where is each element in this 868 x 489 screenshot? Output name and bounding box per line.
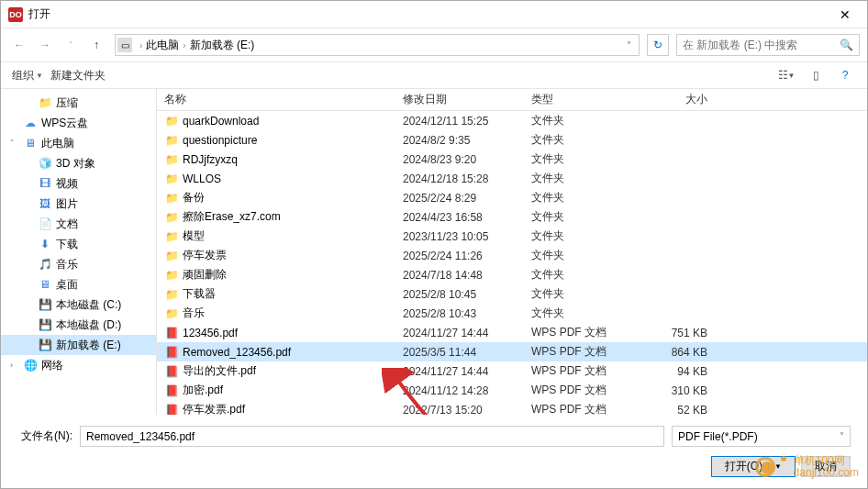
sidebar-item[interactable]: ☁WPS云盘 (1, 113, 156, 133)
sidebar-item[interactable]: 💾新加载卷 (E:) (1, 335, 156, 355)
sidebar: 📁压缩☁WPS云盘˅🖥此电脑🧊3D 对象🎞视频🖼图片📄文档⬇下载🎵音乐🖥桌面💾本… (1, 89, 157, 415)
search-input[interactable] (683, 39, 840, 51)
breadcrumb-dropdown[interactable]: ˅ (621, 40, 637, 50)
recent-dropdown[interactable]: ˅ (60, 34, 82, 56)
organize-menu[interactable]: 组织 ▼ (12, 68, 43, 83)
file-row[interactable]: 📕123456.pdf2024/11/27 14:44WPS PDF 文档751… (157, 323, 867, 342)
file-type: 文件夹 (524, 267, 634, 283)
file-row[interactable]: 📁RDJjfzyxzq2024/8/23 9:20文件夹 (157, 150, 867, 169)
file-row[interactable]: 📁顽固删除2024/7/18 14:48文件夹 (157, 265, 867, 284)
cancel-button[interactable]: 取消 (801, 456, 851, 477)
sidebar-item[interactable]: 📄文档 (1, 214, 156, 234)
search-box[interactable]: 🔍 (676, 34, 860, 56)
filename-input[interactable] (80, 426, 664, 447)
sidebar-item-label: 此电脑 (41, 136, 74, 151)
sidebar-item[interactable]: ›🌐网络 (1, 355, 156, 375)
sidebar-item[interactable]: 💾本地磁盘 (C:) (1, 295, 156, 315)
sidebar-item[interactable]: 📁压缩 (1, 93, 156, 113)
sidebar-item[interactable]: 💾本地磁盘 (D:) (1, 315, 156, 335)
file-name: 下载器 (183, 286, 216, 302)
up-button[interactable]: ↑ (85, 34, 107, 56)
file-date: 2025/2/24 8:29 (395, 192, 524, 205)
file-type-filter[interactable]: PDF File(*.PDF) ˅ (672, 426, 851, 447)
expand-icon[interactable]: ˅ (10, 139, 19, 148)
sidebar-item[interactable]: 🧊3D 对象 (1, 153, 156, 173)
back-button[interactable]: ← (8, 34, 30, 56)
sidebar-item[interactable]: 🎞视频 (1, 173, 156, 194)
file-date: 2024/12/11 15:25 (395, 115, 524, 128)
file-row[interactable]: 📁备份2025/2/24 8:29文件夹 (157, 188, 867, 207)
file-row[interactable]: 📕加密.pdf2024/11/12 14:28WPS PDF 文档310 KB (157, 381, 867, 400)
sidebar-item[interactable]: 🖼图片 (1, 194, 156, 214)
col-date[interactable]: 修改日期 (395, 92, 524, 107)
sidebar-item-label: WPS云盘 (41, 116, 88, 131)
file-name-cell: 📕加密.pdf (157, 383, 395, 398)
sidebar-item[interactable]: ⬇下载 (1, 234, 156, 254)
file-row[interactable]: 📁模型2023/11/23 10:05文件夹 (157, 227, 867, 246)
sidebar-item[interactable]: 🖥桌面 (1, 274, 156, 295)
titlebar: DO 打开 ✕ (1, 1, 867, 28)
sidebar-item-label: 音乐 (56, 257, 78, 272)
sidebar-item[interactable]: ˅🖥此电脑 (1, 133, 156, 153)
file-type: 文件夹 (524, 151, 634, 167)
file-name-cell: 📕Removed_123456.pdf (157, 345, 395, 360)
file-name: 音乐 (183, 306, 205, 321)
file-row[interactable]: 📁questionpicture2024/8/2 9:35文件夹 (157, 130, 867, 150)
open-button[interactable]: 打开(O) ▼ (711, 456, 796, 477)
sidebar-item-label: 本地磁盘 (C:) (56, 297, 121, 313)
file-row[interactable]: 📕Removed_123456.pdf2025/3/5 11:44WPS PDF… (157, 342, 867, 361)
help-button[interactable]: ? (834, 65, 856, 85)
expand-icon[interactable]: › (10, 361, 19, 370)
search-icon[interactable]: 🔍 (840, 39, 853, 51)
sidebar-item-label: 新加载卷 (E:) (56, 338, 121, 353)
file-size: 864 KB (634, 346, 726, 359)
file-list: 名称 修改日期 类型 大小 📁quarkDownload2024/12/11 1… (157, 89, 867, 415)
file-row[interactable]: 📁擦除Erase_xz7.com2024/4/23 16:58文件夹 (157, 207, 867, 227)
file-name-cell: 📁备份 (157, 190, 395, 206)
file-row[interactable]: 📕导出的文件.pdf2024/11/27 14:44WPS PDF 文档94 K… (157, 361, 867, 381)
file-name: questionpicture (183, 134, 257, 147)
sidebar-item[interactable]: 🎵音乐 (1, 254, 156, 274)
pdf-icon: 📕 (164, 383, 179, 398)
file-type: 文件夹 (524, 171, 634, 186)
sidebar-item-label: 网络 (41, 358, 63, 373)
close-button[interactable]: ✕ (827, 2, 863, 28)
breadcrumb[interactable]: ▭ › 此电脑 › 新加载卷 (E:) ˅ (115, 34, 640, 56)
file-row[interactable]: 📁下载器2025/2/8 10:45文件夹 (157, 284, 867, 304)
file-name: WLLOS (183, 172, 221, 185)
file-date: 2024/11/12 14:28 (395, 384, 524, 397)
pdf-icon: 📕 (164, 326, 179, 340)
preview-pane-button[interactable]: ▯ (805, 65, 827, 85)
col-name[interactable]: 名称 (157, 92, 395, 107)
file-name-cell: 📁音乐 (157, 306, 395, 321)
file-list-body[interactable]: 📁quarkDownload2024/12/11 15:25文件夹📁questi… (157, 111, 867, 415)
folder-icon: 📁 (164, 287, 179, 302)
col-type[interactable]: 类型 (524, 92, 634, 107)
file-name-cell: 📁下载器 (157, 286, 395, 302)
view-mode-button[interactable]: ☷ ▼ (775, 65, 797, 85)
file-name-cell: 📕停车发票.pdf (157, 402, 395, 415)
file-row[interactable]: 📁停车发票2025/2/24 11:26文件夹 (157, 246, 867, 265)
file-row[interactable]: 📁quarkDownload2024/12/11 15:25文件夹 (157, 111, 867, 130)
sidebar-item-label: 压缩 (56, 95, 78, 111)
col-size[interactable]: 大小 (634, 92, 726, 107)
folder-icon: 📁 (38, 95, 52, 110)
breadcrumb-root[interactable]: 此电脑 (146, 38, 179, 53)
download-icon: ⬇ (38, 237, 52, 251)
file-row[interactable]: 📁音乐2025/2/8 10:43文件夹 (157, 304, 867, 323)
file-size: 310 KB (634, 384, 726, 397)
filename-row: 文件名(N): PDF File(*.PDF) ˅ (17, 426, 851, 447)
sidebar-item-label: 桌面 (56, 277, 78, 293)
file-date: 2024/8/2 9:35 (395, 134, 524, 147)
refresh-button[interactable]: ↻ (647, 34, 669, 56)
new-folder-button[interactable]: 新建文件夹 (50, 68, 106, 83)
file-name-cell: 📁顽固删除 (157, 267, 395, 283)
file-type: WPS PDF 文档 (524, 383, 634, 398)
file-row[interactable]: 📁WLLOS2024/12/18 15:28文件夹 (157, 169, 867, 188)
pic-icon: 🖼 (38, 196, 52, 211)
breadcrumb-drive[interactable]: 新加载卷 (E:) (190, 38, 255, 53)
file-row[interactable]: 📕停车发票.pdf2022/7/13 15:20WPS PDF 文档52 KB (157, 400, 867, 415)
file-date: 2024/7/18 14:48 (395, 269, 524, 282)
file-type: 文件夹 (524, 132, 634, 148)
forward-button[interactable]: → (34, 34, 56, 56)
